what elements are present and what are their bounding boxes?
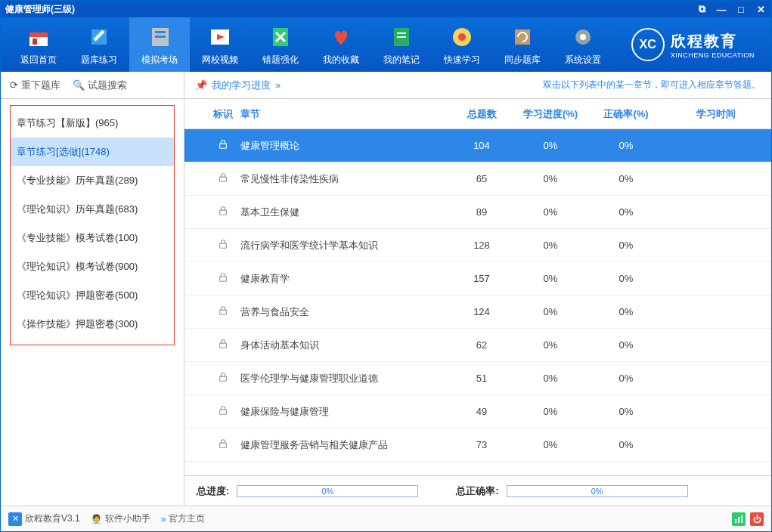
chevron-right-icon: » — [275, 79, 281, 91]
sidebar-item[interactable]: 章节练习【新版】(965) — [11, 109, 174, 138]
col-total: 总题数 — [451, 107, 513, 121]
total-cell: 73 — [451, 439, 513, 450]
svg-point-14 — [458, 33, 466, 41]
sidebar-item[interactable]: 《理论知识》历年真题(683) — [11, 195, 174, 224]
sidebar-item[interactable]: 《专业技能》历年真题(289) — [11, 166, 174, 195]
accuracy-cell: 0% — [588, 439, 664, 450]
toolbar-wrong[interactable]: 错题强化 — [250, 17, 311, 72]
table-row[interactable]: 身体活动基本知识620%0% — [184, 329, 771, 362]
progress-cell: 0% — [513, 306, 588, 317]
window-title: 健康管理师(三级) — [5, 3, 696, 16]
toolbar-label: 同步题库 — [504, 54, 541, 66]
chapter-cell: 健康保险与健康管理 — [240, 405, 451, 419]
lock-icon — [206, 272, 240, 285]
breadcrumb[interactable]: 📌 我的学习进度 » — [195, 79, 281, 92]
maximize-button[interactable]: □ — [735, 3, 747, 15]
col-mark: 标识 — [206, 107, 240, 121]
wrong-icon — [267, 23, 294, 51]
svg-point-17 — [580, 34, 586, 40]
col-progress: 学习进度(%) — [513, 107, 588, 121]
mock-icon — [146, 23, 173, 51]
chapter-cell: 常见慢性非传染性疾病 — [240, 172, 451, 186]
sidebar-item[interactable]: 《专业技能》模考试卷(100) — [11, 224, 174, 252]
table-row[interactable]: 常见慢性非传染性疾病650%0% — [184, 162, 771, 196]
settings-icon — [569, 23, 597, 51]
table-row[interactable]: 健康管理服务营销与相关健康产品730%0% — [184, 428, 771, 462]
sidebar-item[interactable]: 《理论知识》模考试卷(900) — [11, 252, 174, 281]
chapter-cell: 医学伦理学与健康管理职业道德 — [240, 372, 451, 385]
table-row[interactable]: 健康管理概论1040%0% — [184, 129, 771, 162]
helper-link[interactable]: 🧑‍💼 软件小助手 — [91, 512, 150, 525]
table-row[interactable]: 流行病学和医学统计学基本知识1280%0% — [184, 229, 771, 262]
toolbar-fav[interactable]: 我的收藏 — [311, 17, 371, 72]
svg-rect-25 — [220, 376, 227, 381]
sidebar-item[interactable]: 《操作技能》押题密卷(300) — [11, 310, 174, 339]
toolbar-label: 网校视频 — [202, 54, 238, 66]
accuracy-cell: 0% — [588, 206, 664, 218]
svg-rect-18 — [220, 144, 227, 148]
table-row[interactable]: 营养与食品安全1240%0% — [184, 295, 771, 329]
official-home-link[interactable]: » 官方主页 — [161, 512, 206, 525]
progress-cell: 0% — [513, 406, 588, 417]
search-icon: 🔍 — [73, 79, 85, 91]
table-row[interactable]: 健康保险与健康管理490%0% — [184, 395, 771, 428]
lock-icon — [206, 339, 240, 351]
close-button[interactable]: ✕ — [755, 3, 767, 15]
video-icon — [206, 23, 234, 51]
refresh-icon: ⟳ — [10, 79, 18, 91]
stats-icon[interactable] — [732, 512, 746, 526]
toolbar-label: 题库练习 — [81, 54, 117, 66]
fast-icon — [448, 23, 476, 51]
svg-rect-22 — [220, 277, 227, 281]
toolbar-sync[interactable]: 同步题库 — [492, 17, 553, 72]
progress-cell: 0% — [513, 273, 588, 284]
table-row[interactable]: 医学伦理学与健康管理职业道德510%0% — [184, 362, 771, 395]
pin-button[interactable]: ⧉ — [696, 3, 708, 15]
toolbar-home[interactable]: 返回首页 — [8, 17, 69, 72]
logo-icon: XC — [631, 28, 665, 61]
accuracy-cell: 0% — [588, 306, 664, 317]
svg-rect-23 — [220, 310, 227, 314]
chapter-cell: 营养与食品安全 — [240, 305, 451, 319]
toolbar-label: 快速学习 — [444, 54, 480, 66]
svg-rect-21 — [220, 243, 227, 248]
brand-logo: XC欣程教育XINCHENG EDUCATION — [631, 28, 764, 61]
toolbar-practice[interactable]: 题库练习 — [69, 17, 129, 72]
svg-rect-24 — [220, 343, 227, 348]
table-row[interactable]: 健康教育学1570%0% — [184, 262, 771, 295]
toolbar-fast[interactable]: 快速学习 — [432, 17, 492, 72]
total-cell: 157 — [451, 273, 513, 284]
search-button[interactable]: 🔍 试题搜索 — [73, 79, 127, 92]
table-row[interactable]: 基本卫生保健890%0% — [184, 196, 771, 229]
lock-icon — [206, 372, 240, 385]
toolbar-settings[interactable]: 系统设置 — [553, 17, 613, 72]
progress-cell: 0% — [513, 339, 588, 351]
toolbar-notes[interactable]: 我的笔记 — [371, 17, 432, 72]
svg-rect-0 — [29, 36, 48, 46]
minimize-button[interactable]: — — [715, 3, 727, 15]
sidebar-item[interactable]: 章节练习[选做](1748) — [11, 138, 174, 166]
redownload-button[interactable]: ⟳ 重下题库 — [10, 79, 60, 92]
total-cell: 62 — [451, 339, 513, 351]
toolbar-mock[interactable]: 模拟考场 — [129, 17, 190, 72]
col-time: 学习时间 — [664, 107, 768, 121]
col-chapter: 章节 — [240, 107, 451, 121]
statusbar: ✕ 欣程教育V3.1 🧑‍💼 软件小助手 » 官方主页 ⏻ — [1, 506, 771, 531]
helper-icon: 🧑‍💼 — [91, 514, 102, 524]
power-icon[interactable]: ⏻ — [750, 512, 764, 526]
toolbar-label: 模拟考场 — [141, 54, 178, 66]
sidebar-item[interactable]: 《理论知识》押题密卷(500) — [11, 281, 174, 310]
chapter-cell: 健康教育学 — [240, 272, 451, 286]
table-body[interactable]: 健康管理概论1040%0%常见慢性非传染性疾病650%0%基本卫生保健890%0… — [184, 129, 771, 475]
total-cell: 128 — [451, 240, 513, 251]
total-progress-bar: 0% — [237, 485, 418, 497]
svg-rect-11 — [397, 32, 406, 34]
total-cell: 51 — [451, 373, 513, 384]
progress-cell: 0% — [513, 439, 588, 450]
sidebar-list: 章节练习【新版】(965)章节练习[选做](1748)《专业技能》历年真题(28… — [1, 99, 184, 345]
accuracy-cell: 0% — [588, 140, 664, 151]
app-version[interactable]: ✕ 欣程教育V3.1 — [8, 512, 80, 526]
toolbar-video[interactable]: 网校视频 — [190, 17, 250, 72]
chapter-cell: 健康管理概论 — [240, 139, 451, 153]
hint-text: 双击以下列表中的某一章节，即可进入相应章节答题。 — [543, 79, 761, 91]
